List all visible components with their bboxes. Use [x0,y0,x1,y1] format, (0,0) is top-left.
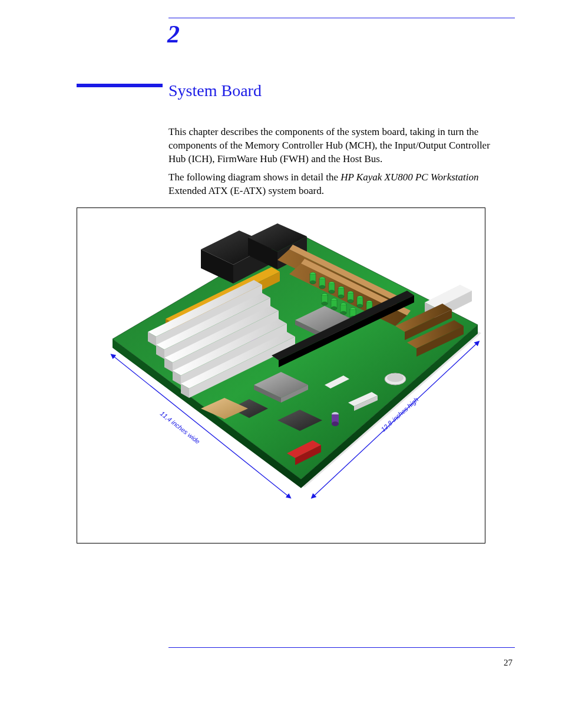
svg-point-21 [329,290,335,294]
diagram-lead-text: The following diagram shows in detail th… [168,172,340,183]
page: 2 System Board This chapter describes th… [0,0,562,728]
intro-paragraph: This chapter describes the components of… [168,126,505,166]
svg-point-15 [310,281,316,284]
title-accent-bar [77,84,163,87]
page-number: 27 [504,658,513,668]
svg-point-30 [357,304,363,308]
top-rule [168,18,515,18]
system-board-figure: 11,4 inches wide 12,8-inches high [77,207,485,543]
svg-point-18 [319,285,325,289]
svg-point-54 [332,421,339,426]
diagram-caption-paragraph: The following diagram shows in detail th… [168,171,505,198]
coin-battery [385,373,406,385]
product-name: HP Kayak XU800 PC Workstation [340,172,478,183]
svg-point-86 [387,374,404,382]
chapter-title: System Board [168,81,262,100]
width-dimension-label: 11,4 inches wide [159,410,201,445]
diagram-trail-text: Extended ATX (E-ATX) system board. [168,185,324,196]
chapter-number: 2 [167,20,180,48]
svg-point-36 [322,302,328,305]
motherboard-illustration: 11,4 inches wide 12,8-inches high [77,208,485,543]
svg-point-27 [348,299,353,303]
svg-point-24 [338,295,344,298]
bottom-rule [168,647,515,648]
